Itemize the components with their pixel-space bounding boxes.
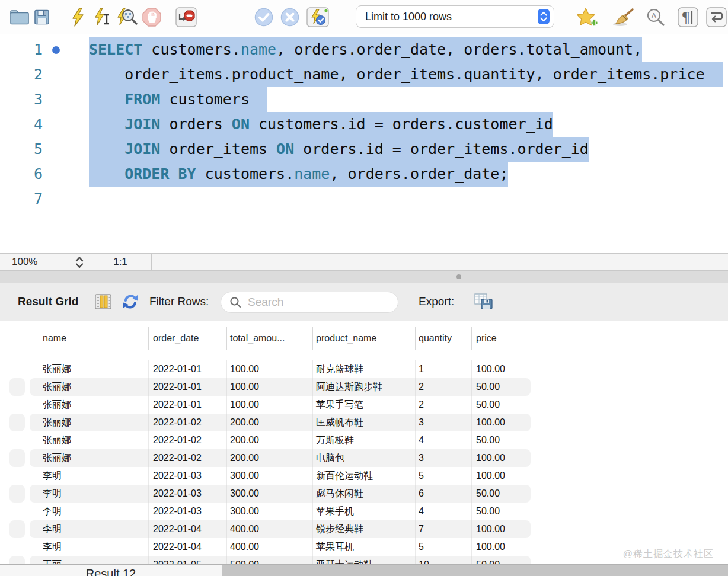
- select-stepper-icon[interactable]: [538, 9, 550, 24]
- table-cell[interactable]: 4: [419, 431, 424, 449]
- table-cell[interactable]: 李明: [43, 485, 62, 503]
- table-cell[interactable]: 2022-01-05: [153, 556, 202, 564]
- table-cell[interactable]: 2022-01-01: [153, 396, 202, 414]
- table-cell[interactable]: 5: [419, 538, 424, 556]
- table-cell[interactable]: 50.00: [476, 485, 500, 503]
- table-cell[interactable]: 100.00: [230, 360, 259, 378]
- table-row[interactable]: 李明2022-01-03300.00彪马休闲鞋650.00: [0, 485, 728, 503]
- table-cell[interactable]: 苹果手机: [316, 503, 354, 520]
- table-cell[interactable]: 1: [419, 360, 424, 378]
- table-cell[interactable]: 李明: [43, 520, 62, 538]
- wrap-text-icon[interactable]: [706, 7, 727, 27]
- stop-on-error-icon[interactable]: [175, 7, 197, 27]
- tab-result-12[interactable]: Result 12: [0, 565, 222, 576]
- table-cell[interactable]: 阿迪达斯跑步鞋: [316, 378, 382, 396]
- table-cell[interactable]: 万斯板鞋: [316, 431, 354, 449]
- execute-current-statement-icon[interactable]: [94, 8, 113, 27]
- table-cell[interactable]: 2022-01-04: [153, 538, 202, 556]
- table-cell[interactable]: 3: [419, 414, 424, 431]
- code-line-2[interactable]: 2 order_items.product_name, order_items.…: [0, 62, 728, 87]
- export-recordset-icon[interactable]: [474, 293, 493, 310]
- explain-plan-icon[interactable]: [116, 8, 139, 27]
- table-cell[interactable]: 5: [419, 467, 424, 485]
- table-cell[interactable]: 3: [419, 449, 424, 467]
- zoom-stepper-icon[interactable]: [75, 254, 84, 270]
- stop-query-icon[interactable]: [142, 8, 161, 27]
- find-in-script-icon[interactable]: A: [646, 8, 665, 27]
- table-cell[interactable]: 2022-01-04: [153, 520, 202, 538]
- rollback-icon[interactable]: [280, 8, 299, 27]
- table-cell[interactable]: 7: [419, 520, 424, 538]
- column-header-6[interactable]: price: [476, 321, 497, 356]
- table-cell[interactable]: 张丽娜: [43, 431, 71, 449]
- table-cell[interactable]: 张丽娜: [43, 396, 71, 414]
- table-cell[interactable]: 300.00: [230, 467, 259, 485]
- row-selector[interactable]: [9, 556, 25, 564]
- table-cell[interactable]: 10: [419, 556, 429, 564]
- open-folder-icon[interactable]: [9, 9, 30, 25]
- table-cell[interactable]: 2: [419, 396, 424, 414]
- table-cell[interactable]: 50.00: [476, 503, 500, 520]
- execute-icon[interactable]: [71, 8, 85, 27]
- table-cell[interactable]: 200.00: [230, 414, 259, 431]
- table-row[interactable]: 王丽2022-01-05500.00亚瑟士运动鞋1050.00: [0, 556, 728, 564]
- column-header-4[interactable]: product_name: [316, 321, 376, 356]
- table-row[interactable]: 张丽娜2022-01-02200.00匡威帆布鞋3100.00: [0, 414, 728, 431]
- table-cell[interactable]: 100.00: [476, 538, 505, 556]
- toggle-autocommit-icon[interactable]: [306, 7, 329, 27]
- row-selector[interactable]: [9, 378, 25, 396]
- table-row[interactable]: 李明2022-01-04400.00锐步经典鞋7100.00: [0, 520, 728, 538]
- table-cell[interactable]: 50.00: [476, 556, 500, 564]
- code-line-7[interactable]: 7: [0, 187, 728, 212]
- table-cell[interactable]: 300.00: [230, 503, 259, 520]
- table-row[interactable]: 李明2022-01-03300.00苹果手机450.00: [0, 503, 728, 520]
- row-selector[interactable]: [9, 449, 25, 467]
- beautify-script-icon[interactable]: [612, 8, 634, 27]
- table-cell[interactable]: 2022-01-02: [153, 414, 202, 431]
- table-cell[interactable]: 200.00: [230, 449, 259, 467]
- table-row[interactable]: 李明2022-01-03300.00新百伦运动鞋5100.00: [0, 467, 728, 485]
- table-cell[interactable]: 张丽娜: [43, 360, 71, 378]
- filter-search-box[interactable]: [221, 292, 398, 313]
- table-cell[interactable]: 匡威帆布鞋: [316, 414, 363, 431]
- pane-splitter[interactable]: [0, 271, 728, 283]
- table-cell[interactable]: 苹果耳机: [316, 538, 354, 556]
- column-header-2[interactable]: order_date: [153, 321, 199, 356]
- table-cell[interactable]: 2022-01-03: [153, 503, 202, 520]
- table-cell[interactable]: 2022-01-03: [153, 467, 202, 485]
- table-cell[interactable]: 100.00: [476, 360, 505, 378]
- table-cell[interactable]: 李明: [43, 503, 62, 520]
- grid-columns-icon[interactable]: [95, 294, 111, 309]
- table-cell[interactable]: 50.00: [476, 396, 500, 414]
- result-grid[interactable]: nameorder_datetotal_amou...product_nameq…: [0, 321, 728, 564]
- table-cell[interactable]: 500.00: [230, 556, 259, 564]
- table-cell[interactable]: 400.00: [230, 520, 259, 538]
- table-cell[interactable]: 电脑包: [316, 449, 344, 467]
- table-cell[interactable]: 新百伦运动鞋: [316, 467, 373, 485]
- commit-icon[interactable]: [254, 8, 273, 27]
- table-cell[interactable]: 300.00: [230, 485, 259, 503]
- table-cell[interactable]: 亚瑟士运动鞋: [316, 556, 373, 564]
- add-snippet-icon[interactable]: [577, 7, 598, 27]
- table-cell[interactable]: 李明: [43, 467, 62, 485]
- table-cell[interactable]: 王丽: [43, 556, 62, 564]
- table-cell[interactable]: 锐步经典鞋: [316, 520, 363, 538]
- limit-rows-select[interactable]: Limit to 1000 rows: [356, 5, 554, 28]
- sql-editor[interactable]: 1SELECT customers.name, orders.order_dat…: [0, 34, 728, 253]
- table-cell[interactable]: 2022-01-03: [153, 485, 202, 503]
- code-line-5[interactable]: 5 JOIN order_items ON orders.id = order_…: [0, 137, 728, 162]
- table-cell[interactable]: 2022-01-01: [153, 378, 202, 396]
- table-cell[interactable]: 50.00: [476, 431, 500, 449]
- table-cell[interactable]: 张丽娜: [43, 449, 71, 467]
- table-cell[interactable]: 苹果手写笔: [316, 396, 363, 414]
- table-cell[interactable]: 100.00: [476, 520, 505, 538]
- table-cell[interactable]: 100.00: [476, 467, 505, 485]
- column-header-5[interactable]: quantity: [419, 321, 452, 356]
- table-cell[interactable]: 6: [419, 485, 424, 503]
- show-invisibles-icon[interactable]: ¶: [678, 7, 698, 27]
- table-row[interactable]: 张丽娜2022-01-01100.00苹果手写笔250.00: [0, 396, 728, 414]
- table-cell[interactable]: 2022-01-02: [153, 449, 202, 467]
- table-cell[interactable]: 耐克篮球鞋: [316, 360, 363, 378]
- search-input[interactable]: [247, 295, 391, 309]
- row-selector[interactable]: [9, 520, 25, 538]
